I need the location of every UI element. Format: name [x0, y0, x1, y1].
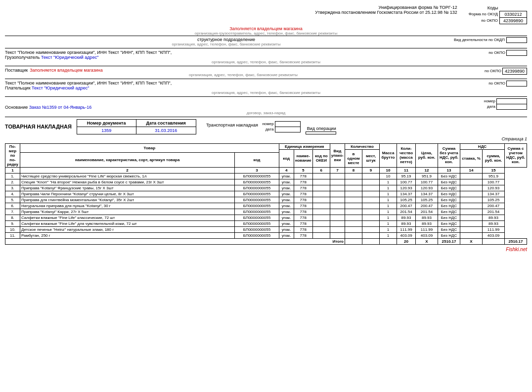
cell-mest — [345, 191, 362, 197]
cell-nds-stavka: Без НДС — [438, 209, 460, 215]
cell-okei: 778 — [294, 220, 312, 226]
cell-num: 1. — [5, 173, 20, 179]
col-num-8: 8 — [345, 167, 362, 173]
cell-kolichestvo: 1 — [380, 197, 397, 203]
cell-kod: БП0000000055 — [235, 179, 279, 185]
cell-nds-summa — [460, 173, 483, 179]
okpo-value: 42399890 — [500, 17, 527, 24]
cell-vid — [312, 232, 330, 238]
cell-vid — [312, 173, 330, 179]
cell-name: Приправа Чили Перончини "Kotanyi" стручк… — [20, 191, 235, 197]
osnov-value: Заказ №1359 от 04-Январь-16 — [29, 105, 92, 110]
cell-massa — [362, 197, 380, 203]
okpo4-label: по ОКПО — [484, 68, 502, 74]
data2-label: дата — [261, 127, 275, 132]
cell-num: 7. — [5, 209, 20, 215]
cell-okei: 778 — [294, 232, 312, 238]
red-text-2: Заполняется владельцем магазина — [30, 68, 103, 73]
itogo-label: Итого — [5, 238, 345, 244]
org-details-3: организация, адрес, телефон, факс, банко… — [5, 73, 527, 77]
cell-itog: 120.93 — [483, 185, 505, 191]
nomer-doc-value: 1359 — [77, 127, 136, 134]
cell-summa: 120.93 — [416, 185, 438, 191]
cell-tsena: 200.47 — [397, 203, 416, 209]
nomer2-label: номер — [261, 121, 275, 127]
cell-num: 9. — [5, 220, 20, 226]
cell-mest — [345, 185, 362, 191]
cell-name: Салфетки влажные "Fine Life" классически… — [20, 215, 235, 220]
cell-num: 3. — [5, 185, 20, 191]
cell-tsena: 89.93 — [397, 215, 416, 220]
col-nds-stavka: ставка, % — [460, 149, 483, 167]
cell-nds-stavka: Без НДС — [438, 179, 460, 185]
cell-mest — [345, 220, 362, 226]
cell-mest — [345, 203, 362, 209]
cell-massa — [362, 179, 380, 185]
col-tovar-kod: код — [235, 152, 279, 167]
osnov-section: Основание Заказ №1359 от 04-Январь-16 но… — [5, 98, 527, 110]
supplier-label: Поставщик — [5, 68, 28, 73]
cell-nds-stavka: Без НДС — [438, 220, 460, 226]
cell-summa: 89.93 — [416, 215, 438, 220]
cell-okei: 778 — [294, 203, 312, 209]
cell-vid — [312, 185, 330, 191]
cell-tsena: 89.93 — [397, 220, 416, 226]
cell-itog: 951.9 — [483, 173, 505, 179]
cell-kod: БП0000000055 — [235, 191, 279, 197]
codes-block: Коды Форма по ОКУД 0330212 по ОКПО 42399… — [467, 5, 527, 24]
cell-massa — [362, 203, 380, 209]
nomer2-field — [275, 121, 300, 127]
cell-kolichestvo: 1 — [380, 191, 397, 197]
cell-kod: БП0000000055 — [235, 209, 279, 215]
cell-vodnom — [330, 226, 345, 232]
form-title: Унифицированная форма № ТОРГ-12 — [5, 5, 527, 10]
cell-vodnom — [330, 232, 345, 238]
itogo-mest — [362, 238, 380, 244]
cell-kod: БП0000000055 — [235, 232, 279, 238]
col-itog: Сумма с учетом НДС, руб. кон. — [505, 143, 527, 167]
cell-nds-summa — [460, 215, 483, 220]
col-num-15: 15 — [483, 167, 505, 173]
cell-summa: 951.9 — [416, 173, 438, 179]
data-doc-label: Дата составления — [136, 119, 196, 127]
vid-oper-label: Вид операции — [306, 126, 336, 131]
supplier-section: по ОКПО 42399890 Поставщик Заполняется в… — [5, 68, 527, 77]
cell-kolichestvo: 1 — [380, 209, 397, 215]
col-tsena: Цена, руб. кон. — [416, 143, 438, 167]
okpo5-label: по ОКПО — [488, 81, 506, 86]
gruzopoluchatel-line: Грузополучатель Текст "Юридический адрес… — [5, 55, 527, 60]
cell-itog: 201.54 — [483, 209, 505, 215]
cell-okei: 778 — [294, 191, 312, 197]
cell-mest — [345, 232, 362, 238]
transport-label: Транспортная накладная — [206, 122, 258, 127]
platelshchik-label: Плательщик — [5, 86, 31, 90]
red-text-1: Заполняется владельцем магазина — [5, 26, 527, 31]
cell-kod: БП0000000055 — [235, 203, 279, 209]
cell-kod: БП0000000055 — [235, 185, 279, 191]
cell-unit: упак. — [279, 203, 294, 209]
table-row: 8. Салфетки влажные "Fine Life" классиче… — [5, 215, 527, 220]
cell-unit: упак. — [279, 173, 294, 179]
table-row: 10. Детское печенье "Heinz" натуральные … — [5, 226, 527, 232]
forma-label: Форма по ОКУД — [467, 11, 500, 17]
cell-mest — [345, 209, 362, 215]
cell-unit: упак. — [279, 209, 294, 215]
itogo-nds-st: Х — [460, 238, 483, 244]
cell-unit: упак. — [279, 220, 294, 226]
cell-massa — [362, 215, 380, 220]
table-row: 4. Приправа Чили Перончини "Kotanyi" стр… — [5, 191, 527, 197]
cell-num: 8. — [5, 215, 20, 220]
cell-kod: БП0000000055 — [235, 226, 279, 232]
itogo-netto: 20 — [397, 238, 416, 244]
table-row: 3. Приправа "Kotanyi" Французские травы,… — [5, 185, 527, 191]
torg-label: ТОВАРНАЯ НАКЛАДНАЯ — [5, 124, 72, 130]
table-row: 1. Чистящее средство универсальное "Fine… — [5, 173, 527, 179]
col-num-6: 6 — [312, 167, 330, 173]
cell-summa: 105.25 — [416, 197, 438, 203]
cell-vid — [312, 215, 330, 220]
itogo-total: 2510.17 — [505, 238, 527, 244]
col-num-4: 4 — [279, 167, 294, 173]
okpo3-block: по ОКПО — [488, 50, 527, 56]
cell-itog: 200.47 — [483, 203, 505, 209]
okpo4-block: по ОКПО 42399890 — [484, 68, 527, 75]
